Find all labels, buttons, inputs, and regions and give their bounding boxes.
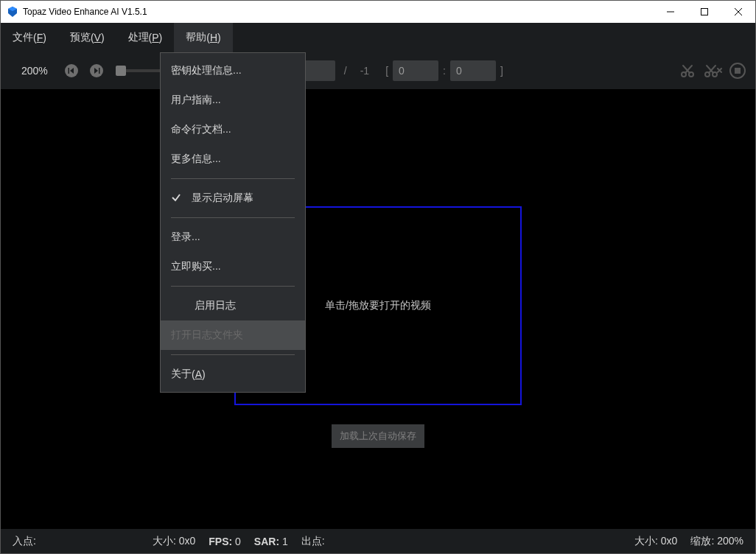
menu-process[interactable]: 处理(P) [116, 23, 175, 52]
bracket-close: ] [500, 65, 503, 77]
menu-separator [171, 178, 295, 179]
dropzone-text: 单击/拖放要打开的视频 [325, 299, 431, 312]
frame-sep: / [344, 65, 347, 77]
titlebar: Topaz Video Enhance AI V1.5.1 [1, 1, 755, 23]
cut-remove-button[interactable] [702, 60, 723, 81]
frame-total: -1 [360, 65, 369, 77]
menu-separator [171, 354, 295, 355]
menu-enable-log[interactable]: 启用日志 [161, 291, 305, 320]
content-area: 单击/拖放要打开的视频 加载上次自动保存 [1, 89, 755, 529]
bracket-open: [ [385, 65, 388, 77]
skip-forward-button[interactable] [86, 60, 107, 81]
statusbar: 入点: 大小: 0x0 FPS: 0 SAR: 1 出点: 大小: 0x0 缩放… [1, 529, 755, 553]
menu-separator [171, 217, 295, 218]
status-fps: FPS: 0 [209, 536, 241, 547]
menu-more-info[interactable]: 更多信息... [161, 144, 305, 174]
menu-show-splash[interactable]: 显示启动屏幕 [161, 183, 305, 213]
menu-help[interactable]: 帮助(H) [174, 23, 232, 52]
range-a-input[interactable]: 0 [393, 60, 438, 81]
window-title: Topaz Video Enhance AI V1.5.1 [23, 7, 147, 17]
status-size2: 大小: 0x0 [634, 535, 677, 548]
status-in-point: 入点: [13, 535, 36, 548]
menu-open-log-folder: 打开日志文件夹 [161, 320, 305, 350]
status-sar: SAR: 1 [254, 536, 288, 547]
zoom-level[interactable]: 200% [21, 65, 48, 77]
slider-thumb[interactable] [116, 66, 126, 76]
menu-cli-docs[interactable]: 命令行文档... [161, 115, 305, 144]
status-zoom: 缩放: 200% [690, 535, 743, 548]
status-out-point: 出点: [301, 535, 325, 548]
menu-separator [171, 286, 295, 287]
svg-rect-1 [701, 9, 708, 15]
toolbar: 200% 0 / -1 [ 0 : 0 ] [1, 52, 755, 89]
minimize-button[interactable] [654, 1, 687, 23]
menu-buy-now[interactable]: 立即购买... [161, 252, 305, 281]
close-button[interactable] [721, 1, 755, 23]
cut-button[interactable] [677, 60, 698, 81]
menu-preview[interactable]: 预览(V) [58, 23, 116, 52]
menu-login[interactable]: 登录... [161, 222, 305, 252]
check-icon [171, 192, 181, 205]
menu-about[interactable]: 关于(A) [161, 360, 305, 389]
range-b-input[interactable]: 0 [450, 60, 496, 81]
skip-back-button[interactable] [61, 60, 82, 81]
status-size1: 大小: 0x0 [153, 535, 195, 548]
help-dropdown: 密钥处理信息... 用户指南... 命令行文档... 更多信息... 显示启动屏… [160, 52, 306, 393]
maximize-button[interactable] [687, 1, 721, 23]
app-logo-icon [7, 6, 18, 18]
menubar: 文件(F) 预览(V) 处理(P) 帮助(H) 密钥处理信息... 用户指南..… [1, 23, 755, 52]
range-sep: : [443, 65, 446, 77]
menu-user-guide[interactable]: 用户指南... [161, 85, 305, 115]
menu-file[interactable]: 文件(F) [1, 23, 58, 52]
stop-button[interactable] [727, 60, 748, 81]
menu-key-info[interactable]: 密钥处理信息... [161, 56, 305, 85]
load-autosave-button[interactable]: 加载上次自动保存 [332, 424, 424, 448]
